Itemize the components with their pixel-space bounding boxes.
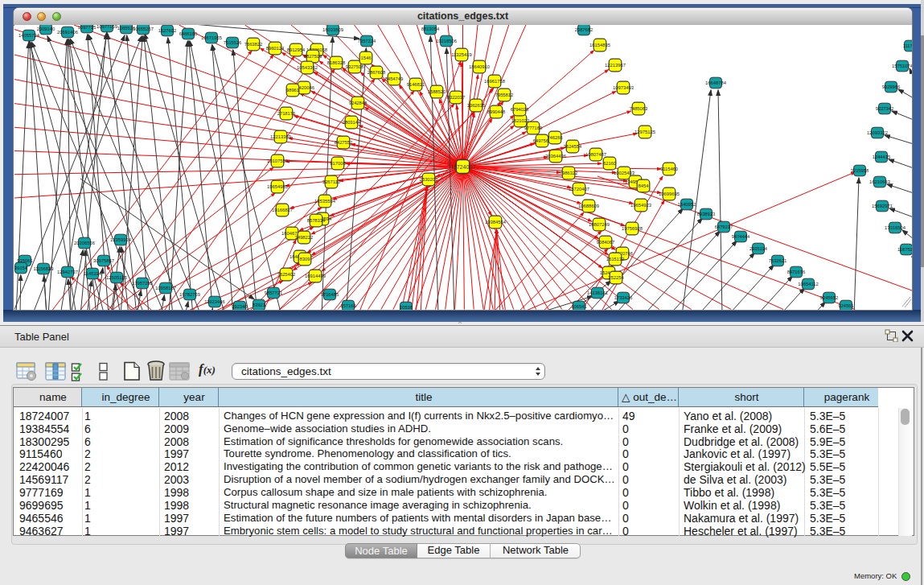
- svg-text:10807487: 10807487: [585, 152, 606, 157]
- svg-text:1546: 1546: [361, 56, 372, 60]
- svg-text:18724007: 18724007: [450, 164, 475, 170]
- svg-text:8427552: 8427552: [335, 140, 353, 145]
- svg-text:7625402: 7625402: [277, 272, 296, 277]
- svg-text:12213369: 12213369: [270, 134, 291, 139]
- svg-text:10688609: 10688609: [578, 204, 599, 208]
- svg-text:7357224: 7357224: [358, 39, 376, 43]
- svg-text:16033809: 16033809: [322, 27, 343, 32]
- svg-text:10025433: 10025433: [614, 171, 634, 175]
- svg-text:1167534: 1167534: [897, 247, 912, 252]
- svg-text:15692971: 15692971: [872, 204, 893, 208]
- svg-text:7632621: 7632621: [769, 258, 787, 263]
- svg-text:11923446: 11923446: [204, 299, 224, 304]
- svg-text:12505135: 12505135: [106, 275, 127, 280]
- svg-text:10699695: 10699695: [659, 192, 680, 196]
- svg-text:10671955: 10671955: [201, 35, 222, 40]
- svg-text:10654112: 10654112: [798, 282, 818, 286]
- svg-text:252254: 252254: [608, 275, 624, 280]
- svg-text:16914479: 16914479: [305, 274, 326, 278]
- svg-text:10973493: 10973493: [613, 85, 634, 90]
- svg-text:30975857: 30975857: [93, 258, 114, 263]
- svg-text:12093322: 12093322: [867, 130, 888, 135]
- svg-text:9827503: 9827503: [304, 54, 322, 59]
- svg-text:19756928: 19756928: [622, 226, 643, 231]
- svg-text:9245652: 9245652: [820, 295, 839, 300]
- svg-text:1362635: 1362635: [467, 103, 486, 108]
- svg-text:98961: 98961: [286, 88, 299, 93]
- svg-text:8990448: 8990448: [487, 109, 506, 114]
- svg-text:18807249: 18807249: [589, 222, 610, 227]
- svg-text:8186328: 8186328: [327, 60, 346, 65]
- svg-text:14055724: 14055724: [18, 33, 40, 38]
- svg-text:157164: 157164: [340, 303, 356, 308]
- svg-text:1588520: 1588520: [428, 89, 446, 94]
- svg-text:8309: 8309: [300, 257, 310, 262]
- svg-text:17359924: 17359924: [110, 237, 132, 242]
- svg-text:2867608: 2867608: [368, 70, 386, 75]
- svg-text:39154: 39154: [14, 266, 28, 270]
- svg-text:2009140: 2009140: [37, 27, 55, 31]
- svg-text:20538: 20538: [400, 305, 413, 310]
- svg-text:924561: 924561: [838, 303, 853, 308]
- svg-text:8454: 8454: [639, 183, 650, 188]
- svg-text:1244415: 1244415: [873, 154, 891, 159]
- svg-text:8322037: 8322037: [447, 95, 466, 100]
- svg-text:192346: 192346: [232, 304, 247, 309]
- svg-text:6794028: 6794028: [511, 107, 529, 112]
- svg-text:8912954: 8912954: [287, 47, 306, 52]
- svg-text:9084067: 9084067: [597, 240, 615, 245]
- svg-text:18640910: 18640910: [469, 64, 490, 69]
- svg-text:14136141: 14136141: [587, 290, 608, 295]
- svg-text:9327508: 9327508: [346, 64, 364, 69]
- svg-text:11156829: 11156829: [34, 266, 54, 271]
- svg-text:2803144: 2803144: [343, 120, 361, 125]
- svg-text:15720407: 15720407: [569, 187, 589, 192]
- svg-text:62160: 62160: [603, 161, 616, 166]
- svg-text:2087682: 2087682: [575, 27, 593, 32]
- svg-text:19654923: 19654923: [630, 203, 651, 208]
- svg-text:7955812: 7955812: [495, 93, 514, 97]
- svg-text:9227342: 9227342: [876, 106, 894, 111]
- svg-text:20691406: 20691406: [57, 30, 78, 35]
- svg-text:20364436: 20364436: [545, 154, 566, 159]
- svg-text:20206556: 20206556: [74, 241, 95, 245]
- svg-text:3624554: 3624554: [564, 144, 582, 149]
- svg-text:1097715: 1097715: [78, 25, 97, 30]
- svg-text:8471676: 8471676: [787, 270, 806, 274]
- svg-text:16961758: 16961758: [484, 79, 505, 84]
- svg-text:917006: 917006: [330, 161, 345, 166]
- svg-text:9329966: 9329966: [882, 84, 901, 89]
- svg-text:1527602: 1527602: [158, 28, 177, 33]
- svg-text:746266: 746266: [547, 135, 562, 140]
- svg-text:10977159: 10977159: [97, 25, 117, 29]
- svg-text:17957255: 17957255: [132, 281, 153, 286]
- svg-text:2530203: 2530203: [420, 177, 438, 182]
- svg-text:16210643: 16210643: [869, 179, 890, 184]
- svg-text:12942737: 12942737: [57, 270, 78, 274]
- svg-text:10958107: 10958107: [155, 286, 176, 290]
- svg-text:7663822: 7663822: [244, 42, 263, 47]
- svg-text:3215958: 3215958: [851, 168, 869, 173]
- svg-text:9777169: 9777169: [524, 126, 543, 130]
- svg-text:106541: 106541: [571, 304, 586, 309]
- svg-text:6479197: 6479197: [715, 225, 733, 229]
- svg-text:8454749: 8454749: [385, 76, 404, 81]
- svg-text:19218506: 19218506: [436, 39, 457, 43]
- svg-text:10655267: 10655267: [133, 27, 154, 31]
- svg-text:7515526: 7515526: [224, 40, 242, 45]
- svg-text:9474444: 9474444: [732, 234, 750, 239]
- svg-text:15751074: 15751074: [892, 64, 912, 68]
- svg-text:7986322: 7986322: [560, 171, 578, 175]
- svg-text:9242848: 9242848: [349, 101, 368, 105]
- svg-text:3498222: 3498222: [295, 235, 314, 240]
- svg-text:3267110: 3267110: [322, 179, 340, 184]
- svg-text:1621022: 1621022: [511, 118, 530, 123]
- svg-text:13535594: 13535594: [314, 199, 336, 204]
- svg-text:9716485: 9716485: [321, 292, 339, 297]
- svg-text:83921: 83921: [253, 303, 265, 307]
- svg-text:2935114: 2935114: [749, 246, 768, 251]
- svg-text:2718176: 2718176: [277, 111, 296, 116]
- svg-text:16154835: 16154835: [589, 43, 610, 47]
- svg-text:19654985: 19654985: [267, 184, 288, 189]
- svg-text:9857721: 9857721: [265, 290, 283, 295]
